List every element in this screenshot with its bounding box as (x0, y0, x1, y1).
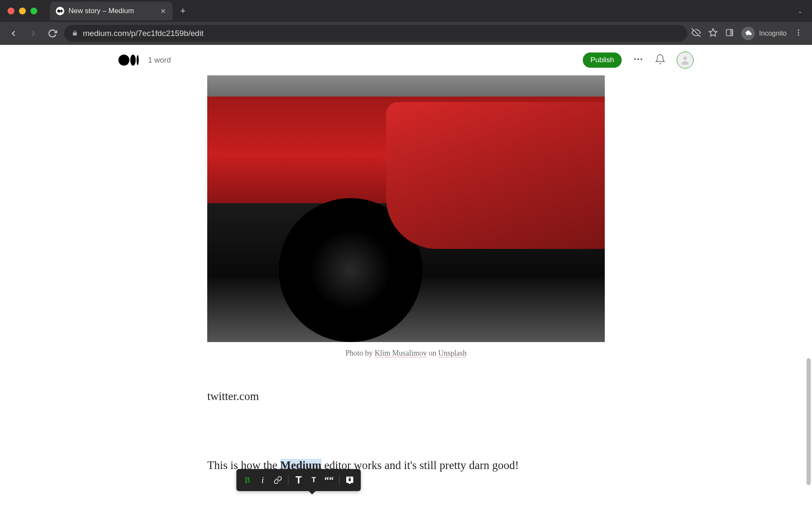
link-button[interactable] (270, 472, 285, 488)
new-tab-button[interactable]: + (180, 6, 186, 17)
back-button[interactable] (6, 26, 21, 41)
incognito-label: Incognito (759, 30, 787, 37)
medium-logo-icon[interactable] (118, 55, 139, 66)
caption-prefix: Photo by (346, 349, 375, 357)
blockquote-button[interactable]: ““ (321, 472, 337, 488)
url-text: medium.com/p/7ec1fdc2159b/edit (83, 29, 203, 38)
toolbar-separator (339, 475, 340, 485)
vertical-scrollbar[interactable] (807, 358, 811, 485)
story-paragraph-1[interactable]: twitter.com (207, 387, 605, 406)
story-image[interactable] (207, 75, 605, 342)
forward-button[interactable] (25, 26, 41, 41)
browser-right-icons: Incognito (691, 27, 806, 40)
svg-point-8 (798, 32, 799, 33)
tabs-dropdown-icon[interactable]: ⌄ (798, 8, 803, 14)
svg-point-0 (58, 10, 60, 13)
image-caption[interactable]: Photo by Klim Musalimov on Unsplash (207, 349, 605, 358)
browser-tabs: New story – Medium ✕ + (50, 0, 186, 22)
user-avatar[interactable] (677, 52, 694, 69)
maximize-window-button[interactable] (30, 8, 37, 14)
svg-rect-6 (730, 30, 733, 36)
story-editor[interactable]: Photo by Klim Musalimov on Unsplash twit… (207, 75, 605, 475)
svg-point-12 (640, 58, 642, 60)
private-note-button[interactable] (342, 472, 357, 488)
svg-rect-14 (349, 479, 351, 481)
small-heading-button[interactable]: T (306, 472, 321, 488)
incognito-indicator[interactable]: Incognito (741, 27, 787, 40)
notifications-bell-icon[interactable] (655, 54, 666, 66)
svg-point-10 (634, 58, 636, 60)
bookmark-star-icon[interactable] (708, 28, 718, 39)
svg-marker-4 (709, 29, 717, 36)
url-input[interactable]: medium.com/p/7ec1fdc2159b/edit (64, 25, 687, 42)
lock-icon (72, 30, 78, 37)
italic-button[interactable]: i (255, 472, 270, 488)
svg-point-1 (60, 10, 62, 13)
reload-button[interactable] (45, 26, 60, 41)
svg-point-2 (62, 10, 63, 12)
browser-menu-icon[interactable] (794, 28, 803, 39)
svg-point-13 (683, 56, 687, 60)
caption-author-link[interactable]: Klim Musalimov (375, 349, 427, 357)
more-options-icon[interactable] (633, 54, 644, 66)
minimize-window-button[interactable] (19, 8, 26, 14)
window-controls (8, 8, 37, 14)
medium-topnav: 1 word Publish (0, 45, 812, 75)
page-content: 1 word Publish Photo by Klim Musalimov o… (0, 45, 812, 508)
large-heading-button[interactable]: T (291, 472, 306, 488)
caption-middle: on (427, 349, 438, 357)
formatting-toolbar: B i T T ““ (236, 469, 361, 491)
toolbar-separator (288, 475, 288, 485)
tab-close-icon[interactable]: ✕ (160, 7, 166, 15)
browser-tab-active[interactable]: New story – Medium ✕ (50, 2, 173, 20)
extensions-icon[interactable] (725, 28, 734, 39)
tab-title: New story – Medium (69, 7, 156, 15)
caption-source-link[interactable]: Unsplash (438, 349, 466, 357)
eye-off-icon[interactable] (691, 28, 701, 39)
publish-button[interactable]: Publish (583, 52, 622, 68)
address-bar: medium.com/p/7ec1fdc2159b/edit Incognito (0, 22, 812, 45)
close-window-button[interactable] (8, 8, 14, 14)
bold-button[interactable]: B (240, 472, 255, 488)
incognito-icon (741, 27, 755, 40)
svg-point-9 (798, 34, 799, 36)
medium-favicon-icon (56, 7, 64, 15)
svg-point-11 (637, 58, 639, 60)
svg-point-7 (798, 30, 799, 31)
window-titlebar: New story – Medium ✕ + ⌄ (0, 0, 812, 22)
word-count-label: 1 word (148, 56, 171, 65)
